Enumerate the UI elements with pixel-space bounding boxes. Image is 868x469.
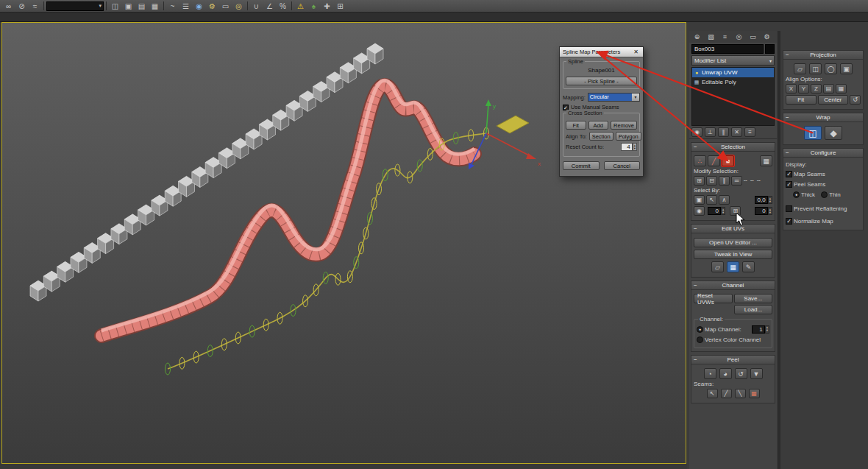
panel-splitter[interactable] [778, 31, 780, 469]
pick-spline-button[interactable]: - Pick Spline - [566, 77, 637, 85]
center-button[interactable]: Center [818, 95, 849, 105]
spinner-arrows[interactable]: ▴▾ [721, 207, 725, 215]
align-polygon-button[interactable]: Polygon [616, 132, 641, 141]
planar-angle-icon[interactable]: ∧ [719, 195, 730, 205]
ignore-backfacing-icon[interactable]: ▣ [694, 195, 705, 205]
peel-seams-checkbox[interactable]: ✓ [786, 181, 792, 188]
cancel-button[interactable]: Cancel [604, 161, 641, 170]
box-projection-icon[interactable]: ▣ [840, 63, 853, 74]
schematic-view-icon[interactable]: ☰ [179, 1, 192, 12]
quick-peel-icon[interactable]: ◔ [704, 368, 716, 379]
prevent-reflattening-checkbox[interactable] [786, 205, 792, 212]
spline-map-parameters-dialog[interactable]: Spline Map Parameters ✕ Spline Shape001 … [559, 46, 644, 177]
ring-selection-icon[interactable]: ∥ [719, 176, 730, 186]
normalize-map-checkbox[interactable]: ✓ [786, 218, 792, 225]
fit-button[interactable]: Fit [786, 95, 817, 105]
freeform-mode-icon[interactable]: ✎ [742, 261, 755, 272]
add-button[interactable]: Add [588, 121, 609, 130]
snaps-toggle-icon[interactable]: ∪ [250, 1, 263, 12]
thick-radio[interactable]: ● [793, 191, 800, 198]
open-uv-editor-button[interactable]: Open UV Editor ... [694, 238, 772, 247]
tab-modify[interactable]: ▧ [705, 32, 717, 42]
peel-rollout-header[interactable]: − Peel [691, 356, 775, 364]
tab-display[interactable]: ▭ [747, 32, 759, 42]
tab-utilities[interactable]: ⚙ [761, 32, 773, 42]
spinner-arrows[interactable]: ▴▾ [768, 207, 772, 215]
close-icon[interactable]: ✕ [632, 49, 640, 55]
selection-rollout-header[interactable]: − Selection [691, 143, 775, 152]
remove-button[interactable]: Remove [611, 121, 637, 130]
commit-button[interactable]: Commit [563, 161, 600, 170]
save-button[interactable]: Save... [734, 294, 773, 303]
material-editor-icon[interactable]: ◉ [193, 1, 205, 12]
thin-radio[interactable] [821, 191, 828, 198]
cylindrical-projection-icon[interactable]: ◫ [809, 63, 822, 74]
wrap-rollout-header[interactable]: − Wrap [783, 113, 863, 122]
align-section-button[interactable]: Section [589, 132, 613, 141]
unlink-selection-icon[interactable]: ⊘ [15, 1, 28, 12]
render-production-icon[interactable]: ◎ [232, 1, 245, 12]
spinner-arrows[interactable]: ▴▾ [633, 143, 637, 151]
spinner-arrows[interactable]: ▴▾ [765, 325, 769, 334]
select-and-link-icon[interactable]: ∞ [2, 1, 15, 12]
planar-projection-icon[interactable]: ▱ [794, 63, 806, 74]
spline-wrap-button[interactable]: ◫ [804, 126, 822, 140]
map-channel-radio[interactable]: ● [697, 326, 703, 333]
map-channel-spinner[interactable]: 1 ▴▾ [752, 325, 769, 334]
best-align-icon[interactable]: ▦ [836, 84, 847, 94]
smoothing-group-icon[interactable]: ⊞ [730, 206, 741, 216]
reset-uvws-button[interactable]: Reset UVWs [694, 294, 733, 303]
polygon-subobject-button[interactable]: ■ [722, 155, 734, 166]
dialog-titlebar[interactable]: Spline Map Parameters ✕ [560, 47, 643, 57]
material-id-icon[interactable]: ◉ [694, 206, 705, 216]
configure-modifier-sets-icon[interactable]: ≡ [744, 127, 755, 137]
convert-to-seam-icon[interactable]: ▦ [749, 389, 760, 398]
align-x-button[interactable]: X [786, 84, 797, 94]
bind-to-space-warp-icon[interactable]: ≈ [29, 1, 41, 12]
named-selection-sets-dropdown[interactable]: ▾ [46, 1, 104, 11]
align-icon[interactable]: ▣ [122, 1, 135, 12]
select-seam-icon[interactable]: ↖ [707, 389, 718, 398]
uv-grid-icon[interactable]: ▦ [727, 261, 739, 272]
edit-uvs-rollout-header[interactable]: − Edit UVs [691, 225, 775, 233]
render-setup-icon[interactable]: ⚙ [206, 1, 218, 12]
load-button[interactable]: Load... [734, 305, 772, 314]
smoothing-group-spinner[interactable]: 0 ▴▾ [755, 207, 772, 215]
vertex-subobject-button[interactable]: ∴ [694, 155, 706, 166]
edge-subobject-button[interactable]: ╱ [708, 155, 720, 166]
pelt-map-icon[interactable]: ▼ [750, 368, 763, 379]
grow-selection-icon[interactable]: ⊞ [694, 176, 705, 186]
modifier-list-dropdown[interactable]: Modifier List ▾ [691, 55, 775, 66]
box-wrap-button[interactable]: ◆ [825, 126, 842, 140]
vertex-color-radio[interactable] [697, 336, 703, 343]
align-to-view-icon[interactable]: ▤ [823, 84, 834, 94]
tweak-in-view-button[interactable]: Tweak In View [694, 250, 772, 259]
tab-motion[interactable]: ◎ [733, 32, 745, 42]
fit-button[interactable]: Fit [566, 121, 586, 130]
channel-rollout-header[interactable]: − Channel [691, 281, 775, 290]
remove-modifier-icon[interactable]: ✕ [731, 127, 742, 137]
select-cursor-icon[interactable]: ↖ [706, 195, 717, 205]
pin-stack-icon[interactable]: ◉ [691, 127, 702, 137]
reset-projection-icon[interactable]: ↺ [850, 95, 861, 105]
environment-icon[interactable]: ♠ [307, 1, 320, 12]
spinner-arrows[interactable]: ▴▾ [768, 196, 772, 204]
visibility-bulb-icon[interactable]: ● [694, 70, 700, 75]
percent-snap-icon[interactable]: % [277, 1, 289, 12]
peel-mode-icon[interactable]: ◕ [719, 368, 732, 379]
ribbon-toggle-icon[interactable]: ▦ [149, 1, 161, 12]
map-seams-checkbox[interactable]: ✓ [786, 171, 792, 177]
align-z-button[interactable]: Z [811, 84, 822, 94]
mirror-icon[interactable]: ◫ [109, 1, 121, 12]
reset-peel-icon[interactable]: ↺ [735, 368, 747, 379]
grid-icon[interactable]: ⊞ [334, 1, 346, 12]
angle-snap-icon[interactable]: ∠ [263, 1, 276, 12]
draw-seam-icon[interactable]: ╱ [721, 389, 732, 398]
warning-icon[interactable]: ⚠ [294, 1, 307, 12]
material-id-spinner[interactable]: 0 ▴▾ [708, 207, 725, 215]
loop-selection-icon[interactable]: ═ [731, 176, 742, 186]
show-end-result-icon[interactable]: ⊥ [705, 127, 716, 137]
object-name-field[interactable]: Box003 [691, 44, 764, 54]
curve-editor-icon[interactable]: ~ [166, 1, 179, 12]
tab-create[interactable]: ⊕ [691, 32, 703, 42]
